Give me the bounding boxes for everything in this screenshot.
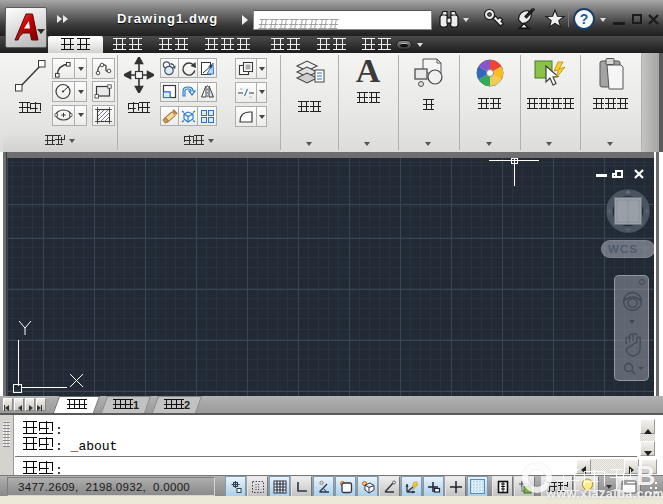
svg-text:?: ?	[580, 11, 589, 27]
